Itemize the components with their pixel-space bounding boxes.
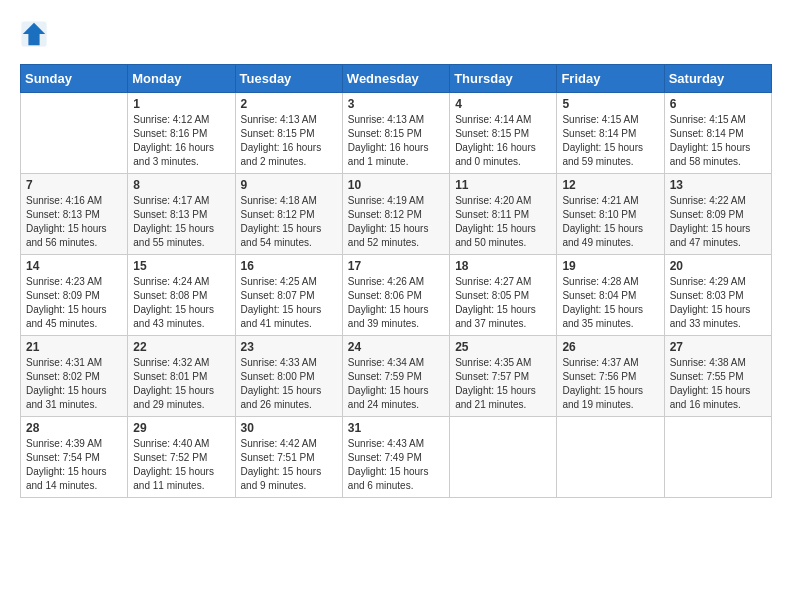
calendar-cell: [21, 93, 128, 174]
day-number: 9: [241, 178, 337, 192]
calendar-cell: 8Sunrise: 4:17 AM Sunset: 8:13 PM Daylig…: [128, 174, 235, 255]
day-info: Sunrise: 4:33 AM Sunset: 8:00 PM Dayligh…: [241, 356, 337, 412]
calendar-cell: 7Sunrise: 4:16 AM Sunset: 8:13 PM Daylig…: [21, 174, 128, 255]
header-friday: Friday: [557, 65, 664, 93]
day-number: 15: [133, 259, 229, 273]
day-info: Sunrise: 4:34 AM Sunset: 7:59 PM Dayligh…: [348, 356, 444, 412]
day-number: 2: [241, 97, 337, 111]
header-saturday: Saturday: [664, 65, 771, 93]
calendar-cell: [450, 417, 557, 498]
calendar-cell: 6Sunrise: 4:15 AM Sunset: 8:14 PM Daylig…: [664, 93, 771, 174]
header-tuesday: Tuesday: [235, 65, 342, 93]
calendar-cell: 28Sunrise: 4:39 AM Sunset: 7:54 PM Dayli…: [21, 417, 128, 498]
week-row-2: 7Sunrise: 4:16 AM Sunset: 8:13 PM Daylig…: [21, 174, 772, 255]
day-info: Sunrise: 4:15 AM Sunset: 8:14 PM Dayligh…: [670, 113, 766, 169]
day-number: 22: [133, 340, 229, 354]
day-info: Sunrise: 4:38 AM Sunset: 7:55 PM Dayligh…: [670, 356, 766, 412]
day-info: Sunrise: 4:27 AM Sunset: 8:05 PM Dayligh…: [455, 275, 551, 331]
header-row: SundayMondayTuesdayWednesdayThursdayFrid…: [21, 65, 772, 93]
calendar-cell: 23Sunrise: 4:33 AM Sunset: 8:00 PM Dayli…: [235, 336, 342, 417]
day-number: 26: [562, 340, 658, 354]
calendar-cell: 2Sunrise: 4:13 AM Sunset: 8:15 PM Daylig…: [235, 93, 342, 174]
day-number: 17: [348, 259, 444, 273]
day-number: 25: [455, 340, 551, 354]
calendar-cell: 26Sunrise: 4:37 AM Sunset: 7:56 PM Dayli…: [557, 336, 664, 417]
calendar-cell: 4Sunrise: 4:14 AM Sunset: 8:15 PM Daylig…: [450, 93, 557, 174]
day-number: 29: [133, 421, 229, 435]
week-row-5: 28Sunrise: 4:39 AM Sunset: 7:54 PM Dayli…: [21, 417, 772, 498]
day-number: 21: [26, 340, 122, 354]
calendar-cell: [557, 417, 664, 498]
calendar-header: SundayMondayTuesdayWednesdayThursdayFrid…: [21, 65, 772, 93]
week-row-4: 21Sunrise: 4:31 AM Sunset: 8:02 PM Dayli…: [21, 336, 772, 417]
calendar-cell: 24Sunrise: 4:34 AM Sunset: 7:59 PM Dayli…: [342, 336, 449, 417]
calendar-cell: 16Sunrise: 4:25 AM Sunset: 8:07 PM Dayli…: [235, 255, 342, 336]
day-number: 24: [348, 340, 444, 354]
day-number: 11: [455, 178, 551, 192]
day-info: Sunrise: 4:32 AM Sunset: 8:01 PM Dayligh…: [133, 356, 229, 412]
day-number: 20: [670, 259, 766, 273]
header-thursday: Thursday: [450, 65, 557, 93]
day-info: Sunrise: 4:19 AM Sunset: 8:12 PM Dayligh…: [348, 194, 444, 250]
day-number: 19: [562, 259, 658, 273]
day-info: Sunrise: 4:42 AM Sunset: 7:51 PM Dayligh…: [241, 437, 337, 493]
calendar-cell: 19Sunrise: 4:28 AM Sunset: 8:04 PM Dayli…: [557, 255, 664, 336]
calendar-cell: 11Sunrise: 4:20 AM Sunset: 8:11 PM Dayli…: [450, 174, 557, 255]
day-number: 4: [455, 97, 551, 111]
day-number: 14: [26, 259, 122, 273]
day-info: Sunrise: 4:22 AM Sunset: 8:09 PM Dayligh…: [670, 194, 766, 250]
calendar-cell: [664, 417, 771, 498]
week-row-3: 14Sunrise: 4:23 AM Sunset: 8:09 PM Dayli…: [21, 255, 772, 336]
calendar-cell: 14Sunrise: 4:23 AM Sunset: 8:09 PM Dayli…: [21, 255, 128, 336]
day-info: Sunrise: 4:17 AM Sunset: 8:13 PM Dayligh…: [133, 194, 229, 250]
day-info: Sunrise: 4:26 AM Sunset: 8:06 PM Dayligh…: [348, 275, 444, 331]
calendar-cell: 1Sunrise: 4:12 AM Sunset: 8:16 PM Daylig…: [128, 93, 235, 174]
calendar-table: SundayMondayTuesdayWednesdayThursdayFrid…: [20, 64, 772, 498]
day-info: Sunrise: 4:16 AM Sunset: 8:13 PM Dayligh…: [26, 194, 122, 250]
day-info: Sunrise: 4:28 AM Sunset: 8:04 PM Dayligh…: [562, 275, 658, 331]
day-info: Sunrise: 4:18 AM Sunset: 8:12 PM Dayligh…: [241, 194, 337, 250]
page-header: [20, 20, 772, 48]
day-info: Sunrise: 4:31 AM Sunset: 8:02 PM Dayligh…: [26, 356, 122, 412]
day-info: Sunrise: 4:39 AM Sunset: 7:54 PM Dayligh…: [26, 437, 122, 493]
calendar-cell: 12Sunrise: 4:21 AM Sunset: 8:10 PM Dayli…: [557, 174, 664, 255]
day-number: 5: [562, 97, 658, 111]
calendar-body: 1Sunrise: 4:12 AM Sunset: 8:16 PM Daylig…: [21, 93, 772, 498]
day-number: 13: [670, 178, 766, 192]
day-number: 10: [348, 178, 444, 192]
header-sunday: Sunday: [21, 65, 128, 93]
calendar-cell: 20Sunrise: 4:29 AM Sunset: 8:03 PM Dayli…: [664, 255, 771, 336]
calendar-cell: 25Sunrise: 4:35 AM Sunset: 7:57 PM Dayli…: [450, 336, 557, 417]
week-row-1: 1Sunrise: 4:12 AM Sunset: 8:16 PM Daylig…: [21, 93, 772, 174]
calendar-cell: 10Sunrise: 4:19 AM Sunset: 8:12 PM Dayli…: [342, 174, 449, 255]
day-number: 8: [133, 178, 229, 192]
calendar-cell: 30Sunrise: 4:42 AM Sunset: 7:51 PM Dayli…: [235, 417, 342, 498]
day-number: 28: [26, 421, 122, 435]
calendar-cell: 22Sunrise: 4:32 AM Sunset: 8:01 PM Dayli…: [128, 336, 235, 417]
calendar-cell: 17Sunrise: 4:26 AM Sunset: 8:06 PM Dayli…: [342, 255, 449, 336]
day-number: 1: [133, 97, 229, 111]
calendar-cell: 27Sunrise: 4:38 AM Sunset: 7:55 PM Dayli…: [664, 336, 771, 417]
calendar-cell: 9Sunrise: 4:18 AM Sunset: 8:12 PM Daylig…: [235, 174, 342, 255]
calendar-cell: 18Sunrise: 4:27 AM Sunset: 8:05 PM Dayli…: [450, 255, 557, 336]
day-info: Sunrise: 4:23 AM Sunset: 8:09 PM Dayligh…: [26, 275, 122, 331]
calendar-cell: 15Sunrise: 4:24 AM Sunset: 8:08 PM Dayli…: [128, 255, 235, 336]
day-info: Sunrise: 4:35 AM Sunset: 7:57 PM Dayligh…: [455, 356, 551, 412]
day-info: Sunrise: 4:40 AM Sunset: 7:52 PM Dayligh…: [133, 437, 229, 493]
day-info: Sunrise: 4:37 AM Sunset: 7:56 PM Dayligh…: [562, 356, 658, 412]
day-info: Sunrise: 4:43 AM Sunset: 7:49 PM Dayligh…: [348, 437, 444, 493]
day-info: Sunrise: 4:20 AM Sunset: 8:11 PM Dayligh…: [455, 194, 551, 250]
day-info: Sunrise: 4:14 AM Sunset: 8:15 PM Dayligh…: [455, 113, 551, 169]
day-info: Sunrise: 4:21 AM Sunset: 8:10 PM Dayligh…: [562, 194, 658, 250]
calendar-cell: 31Sunrise: 4:43 AM Sunset: 7:49 PM Dayli…: [342, 417, 449, 498]
logo-icon: [20, 20, 48, 48]
day-info: Sunrise: 4:24 AM Sunset: 8:08 PM Dayligh…: [133, 275, 229, 331]
calendar-cell: 29Sunrise: 4:40 AM Sunset: 7:52 PM Dayli…: [128, 417, 235, 498]
calendar-cell: 21Sunrise: 4:31 AM Sunset: 8:02 PM Dayli…: [21, 336, 128, 417]
day-info: Sunrise: 4:29 AM Sunset: 8:03 PM Dayligh…: [670, 275, 766, 331]
day-number: 6: [670, 97, 766, 111]
day-number: 7: [26, 178, 122, 192]
day-number: 18: [455, 259, 551, 273]
logo: [20, 20, 52, 48]
day-number: 27: [670, 340, 766, 354]
